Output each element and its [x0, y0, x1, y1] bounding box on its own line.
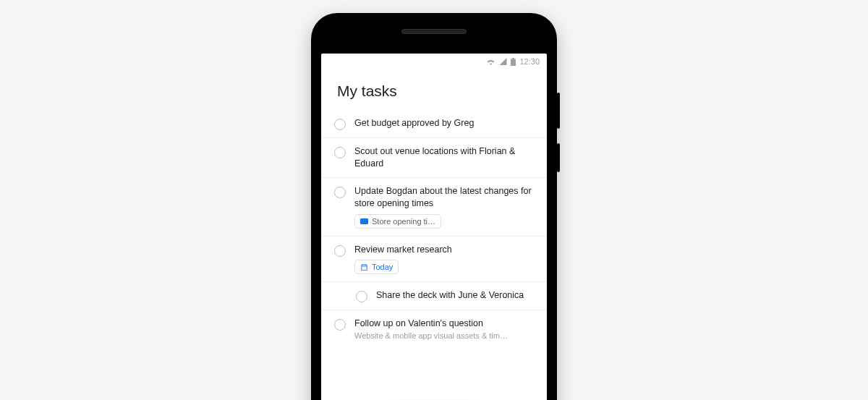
task-checkbox[interactable] [334, 119, 346, 130]
task-checkbox[interactable] [334, 147, 346, 158]
calendar-icon [360, 264, 368, 271]
page-title: My tasks [321, 69, 547, 110]
task-body: Follow up on Valentin's question Website… [354, 318, 534, 341]
task-title: Review market research [354, 244, 534, 256]
screen: 12:30 My tasks Get budget approved by Gr… [321, 54, 547, 400]
task-checkbox[interactable] [334, 245, 346, 257]
wifi-icon [486, 58, 495, 65]
task-title: Get budget approved by Greg [354, 117, 534, 129]
task-item[interactable]: Scout out venue locations with Florian &… [321, 138, 547, 178]
task-item[interactable]: Follow up on Valentin's question Website… [321, 310, 547, 348]
task-body: Get budget approved by Greg [354, 117, 534, 129]
phone-frame: 12:30 My tasks Get budget approved by Gr… [311, 13, 557, 400]
content-area: My tasks Get budget approved by Greg Sco… [321, 69, 547, 400]
task-checkbox[interactable] [334, 319, 346, 331]
chip-label: Store opening ti… [372, 217, 435, 226]
task-checkbox[interactable] [356, 291, 367, 302]
phone-side-button [557, 143, 560, 172]
task-checkbox[interactable] [334, 187, 346, 198]
status-time: 12:30 [519, 57, 540, 66]
task-body: Scout out venue locations with Florian &… [354, 145, 534, 170]
phone-side-button [557, 93, 560, 129]
date-chip[interactable]: Today [354, 260, 399, 274]
task-body: Share the deck with June & Veronica [376, 289, 534, 302]
task-body: Update Bogdan about the latest changes f… [354, 185, 534, 229]
task-list[interactable]: Get budget approved by Greg Scout out ve… [321, 110, 547, 400]
task-item[interactable]: Review market research Today [321, 237, 547, 283]
task-title: Follow up on Valentin's question [354, 318, 534, 330]
task-body: Review market research Today [354, 244, 534, 275]
chip-label: Today [372, 263, 393, 271]
task-subtitle: Website & mobile app visual assets & tim… [354, 331, 534, 341]
status-bar: 12:30 [321, 54, 547, 69]
svg-rect-1 [511, 59, 516, 66]
email-chip[interactable]: Store opening ti… [354, 214, 441, 229]
task-title: Scout out venue locations with Florian &… [354, 145, 534, 170]
svg-rect-0 [512, 58, 514, 59]
battery-icon [511, 58, 516, 66]
phone-speaker [401, 29, 467, 34]
task-title: Update Bogdan about the latest changes f… [354, 185, 534, 210]
task-item[interactable]: Update Bogdan about the latest changes f… [321, 178, 547, 237]
task-item-subtask[interactable]: Share the deck with June & Veronica [321, 282, 547, 310]
task-item[interactable]: Get budget approved by Greg [321, 110, 547, 138]
email-icon [360, 218, 368, 224]
signal-icon [499, 58, 507, 65]
task-title: Share the deck with June & Veronica [376, 289, 534, 302]
